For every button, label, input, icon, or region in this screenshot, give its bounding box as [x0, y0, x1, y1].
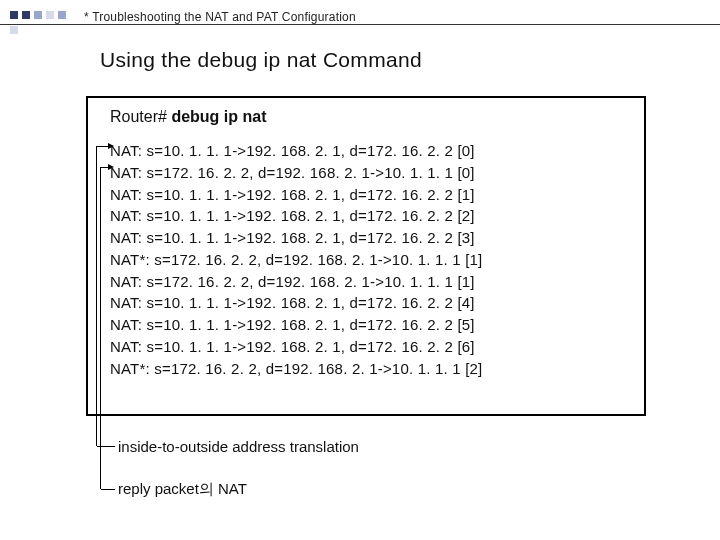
nat-line: NAT: s=10. 1. 1. 1->192. 168. 2. 1, d=17… [110, 227, 630, 249]
nat-line: NAT: s=172. 16. 2. 2, d=192. 168. 2. 1->… [110, 271, 630, 293]
terminal-output-box: Router# debug ip nat NAT: s=10. 1. 1. 1-… [86, 96, 646, 416]
terminal-prompt-line: Router# debug ip nat [110, 108, 630, 126]
debug-command: debug ip nat [171, 108, 266, 125]
nat-line: NAT*: s=172. 16. 2. 2, d=192. 168. 2. 1-… [110, 358, 630, 380]
terminal-output: NAT: s=10. 1. 1. 1->192. 168. 2. 1, d=17… [110, 140, 630, 379]
arrow-icon [108, 164, 114, 170]
nat-line: NAT: s=10. 1. 1. 1->192. 168. 2. 1, d=17… [110, 184, 630, 206]
nat-line: NAT: s=10. 1. 1. 1->192. 168. 2. 1, d=17… [110, 336, 630, 358]
callout-connector-2 [100, 167, 101, 489]
nat-line: NAT: s=10. 1. 1. 1->192. 168. 2. 1, d=17… [110, 314, 630, 336]
nat-line: NAT*: s=172. 16. 2. 2, d=192. 168. 2. 1-… [110, 249, 630, 271]
annotation-inside-outside: inside-to-outside address translation [118, 438, 359, 455]
router-prompt: Router# [110, 108, 167, 125]
breadcrumb: * Troubleshooting the NAT and PAT Config… [84, 10, 356, 24]
nat-line: NAT: s=172. 16. 2. 2, d=192. 168. 2. 1->… [110, 162, 630, 184]
nat-line: NAT: s=10. 1. 1. 1->192. 168. 2. 1, d=17… [110, 205, 630, 227]
page-title: Using the debug ip nat Command [100, 48, 422, 72]
header-divider [0, 24, 720, 25]
nat-line: NAT: s=10. 1. 1. 1->192. 168. 2. 1, d=17… [110, 292, 630, 314]
arrow-icon [108, 143, 114, 149]
callout-connector-1 [96, 146, 97, 446]
annotation-reply-packet: reply packet의 NAT [118, 480, 247, 499]
nat-line: NAT: s=10. 1. 1. 1->192. 168. 2. 1, d=17… [110, 140, 630, 162]
